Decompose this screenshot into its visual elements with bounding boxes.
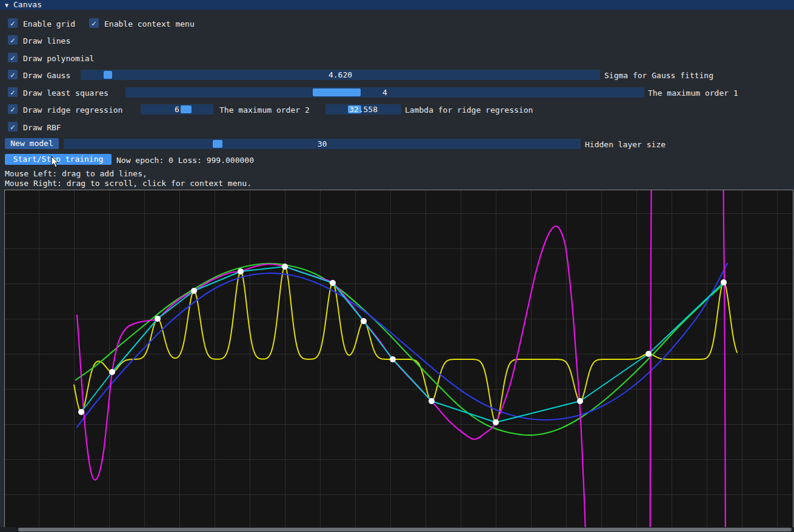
draw-gauss-label[interactable]: Draw Gauss [23,71,70,80]
draw-least-squares-label[interactable]: Draw least squares [23,88,108,98]
window-title: Canvas [13,0,42,9]
ridge-lambda-value: 32.558 [325,104,401,115]
draw-polynomial-label[interactable]: Draw polynomial [23,54,94,63]
draw-rbf-checkbox[interactable]: ✓ [8,122,18,131]
horizontal-scrollbar-grab[interactable] [18,528,792,531]
check-icon: ✓ [10,54,15,62]
enable-grid-checkbox[interactable]: ✓ [8,18,18,28]
slider-grab[interactable] [313,88,361,96]
slider-grab[interactable] [213,140,222,148]
help-text-line2: Mouse Right: drag to scroll, click for c… [5,179,252,188]
draw-lines-checkbox[interactable]: ✓ [8,35,18,45]
hidden-size-value: 30 [64,139,581,149]
drag-grab[interactable] [348,105,361,113]
check-icon: ✓ [10,71,15,79]
ridge-order-desc: The maximum order 2 [219,105,310,115]
draw-gauss-checkbox[interactable]: ✓ [8,70,18,79]
plot-area-frame [4,190,793,528]
gauss-sigma-desc: Sigma for Gauss fitting [604,71,713,80]
slider-grab[interactable] [181,105,192,113]
ls-order-slider[interactable]: 4 [125,87,644,98]
enable-context-menu-label[interactable]: Enable context menu [104,19,195,28]
slider-grab[interactable] [104,71,112,79]
draw-least-squares-checkbox[interactable]: ✓ [8,87,18,97]
draw-polynomial-checkbox[interactable]: ✓ [8,53,18,62]
hidden-size-slider[interactable]: 30 [64,139,581,149]
hidden-size-desc: Hidden layer size [585,140,666,149]
check-icon: ✓ [10,88,15,96]
check-icon: ✓ [10,36,15,44]
check-icon: ✓ [10,123,15,131]
ridge-order-value: 6 [141,104,213,115]
collapse-arrow-icon: ▼ [5,1,8,10]
ridge-order-slider[interactable]: 6 [141,104,213,115]
mouse-cursor [51,156,59,168]
draw-ridge-label[interactable]: Draw ridge regression [23,105,122,115]
training-status-text: Now epoch: 0 Loss: 999.000000 [116,156,254,165]
plot-canvas[interactable] [5,190,793,527]
canvas-collapsing-header[interactable]: ▼Canvas [0,0,794,10]
help-text-line1: Mouse Left: drag to add lines, [5,169,147,178]
ls-order-desc: The maximum order 1 [648,88,738,98]
enable-grid-label[interactable]: Enable grid [23,19,75,28]
check-icon: ✓ [10,19,15,27]
ls-order-value: 4 [125,87,644,98]
ridge-lambda-desc: Lambda for ridge regression [405,105,533,115]
check-icon: ✓ [92,19,96,27]
draw-rbf-label[interactable]: Draw RBF [23,123,61,132]
check-icon: ✓ [10,105,15,113]
new-model-button[interactable]: New model [5,138,59,149]
ridge-lambda-drag[interactable]: 32.558 [325,104,401,115]
draw-ridge-checkbox[interactable]: ✓ [8,104,18,114]
draw-lines-label[interactable]: Draw lines [23,36,70,45]
imgui-window: ▼Canvas ✓ Enable grid ✓ Enable context m… [0,0,794,532]
gauss-sigma-value: 4.620 [81,70,600,80]
enable-context-menu-checkbox[interactable]: ✓ [89,18,99,28]
gauss-sigma-slider[interactable]: 4.620 [81,70,600,80]
